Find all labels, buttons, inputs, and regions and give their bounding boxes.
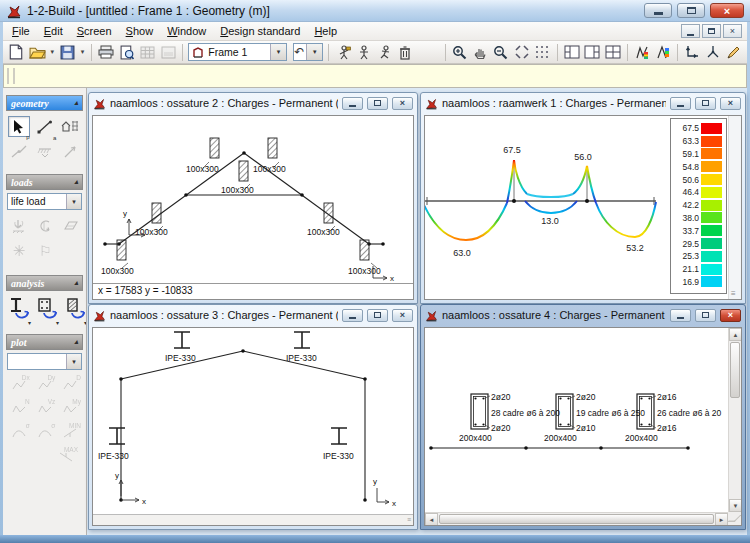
close-button[interactable]: × xyxy=(392,97,413,110)
plot-combo[interactable]: ▾ xyxy=(7,353,82,370)
maximize-button[interactable] xyxy=(677,3,705,18)
results-map-button[interactable] xyxy=(654,42,673,63)
section-header-loads[interactable]: loads ▴ xyxy=(6,174,83,190)
window-layout-grid-button[interactable] xyxy=(604,42,623,63)
resize-grip-icon[interactable]: ≡ xyxy=(407,516,411,523)
save-button[interactable] xyxy=(58,42,77,63)
resize-grip-icon[interactable]: ≡ xyxy=(731,289,736,298)
close-button[interactable]: × xyxy=(392,309,413,322)
menu-show[interactable]: Show xyxy=(119,23,161,39)
new-file-button[interactable] xyxy=(7,42,26,63)
maximize-button[interactable] xyxy=(695,309,716,322)
concrete-analysis-button[interactable]: ▾ xyxy=(36,296,58,322)
window-layout-left-button[interactable] xyxy=(562,42,581,63)
drawing-canvas[interactable]: 67.5 56.0 13.0 63.0 53.2 67.5 63.3 59.1 … xyxy=(424,115,742,300)
minimize-button[interactable] xyxy=(644,3,672,18)
minimize-button[interactable] xyxy=(670,97,691,110)
minimize-button[interactable] xyxy=(342,97,363,110)
load-case-combo[interactable]: life load ▾ xyxy=(7,193,82,210)
window-raamwerk1[interactable]: naamloos : raamwerk 1 : Charges - Perman… xyxy=(420,92,746,304)
window-ossature3[interactable]: naamloos : ossature 3 : Charges - Perman… xyxy=(88,304,418,530)
window-layout-right-button[interactable] xyxy=(583,42,602,63)
select-figure-button[interactable] xyxy=(355,42,374,63)
window-ossature2[interactable]: naamloos : ossature 2 : Charges - Perman… xyxy=(88,92,418,304)
close-button[interactable]: × xyxy=(720,309,741,322)
vertical-scrollbar[interactable]: ▲ ▼ xyxy=(728,328,741,512)
menu-window[interactable]: Window xyxy=(160,23,213,39)
view-history-combo[interactable]: ↶ ▾ xyxy=(293,43,323,61)
frame-select-combo[interactable]: Frame 1 ▾ xyxy=(188,43,287,61)
maximize-button[interactable] xyxy=(695,97,716,110)
drawing-canvas[interactable]: 100x300 100x300 100x300 100x300 100x300 … xyxy=(92,115,414,300)
print-preview-button[interactable] xyxy=(118,42,137,63)
menu-help[interactable]: Help xyxy=(307,23,344,39)
print-button[interactable] xyxy=(97,42,116,63)
structure-wizard-button[interactable] xyxy=(59,116,81,137)
draw-member-button[interactable]: a xyxy=(34,116,56,137)
resize-grip[interactable] xyxy=(728,512,741,525)
close-button[interactable]: × xyxy=(720,97,741,110)
maximize-button[interactable] xyxy=(367,97,388,110)
steel-analysis-button[interactable]: ▾ xyxy=(8,296,30,322)
main-titlebar[interactable]: 1-2-Build - [untitled : Frame 1 : Geomet… xyxy=(0,0,750,22)
legend-swatch xyxy=(701,238,722,249)
chevron-down-icon[interactable]: ▾ xyxy=(270,44,286,60)
close-button[interactable]: × xyxy=(710,3,744,18)
section-header-plot[interactable]: plot ▴ xyxy=(6,334,83,350)
collapse-icon[interactable]: ▴ xyxy=(74,338,78,346)
pan-button[interactable] xyxy=(471,42,490,63)
scroll-thumb[interactable] xyxy=(730,342,740,398)
steel-section-icon xyxy=(8,297,30,321)
window-ossature4[interactable]: naamloos : ossature 4 : Charges - Perman… xyxy=(420,304,746,530)
scroll-thumb[interactable] xyxy=(439,514,714,524)
section-header-analysis[interactable]: analysis ▴ xyxy=(6,275,83,291)
save-dropdown[interactable]: ▾ xyxy=(79,43,86,62)
draw-button[interactable] xyxy=(724,42,743,63)
collapse-icon[interactable]: ▴ xyxy=(74,279,78,287)
window-titlebar[interactable]: naamloos : ossature 3 : Charges - Perman… xyxy=(89,305,417,325)
zoom-in-button[interactable] xyxy=(450,42,469,63)
open-dropdown[interactable]: ▾ xyxy=(49,43,56,62)
delete-button[interactable] xyxy=(396,42,415,63)
menu-file[interactable]: File xyxy=(5,23,37,39)
minimize-button[interactable] xyxy=(342,309,363,322)
select-tool-button[interactable]: p xyxy=(8,116,30,137)
dropdown-icon[interactable]: ▾ xyxy=(28,319,31,326)
menu-screen[interactable]: Screen xyxy=(70,23,119,39)
child-minimize-button[interactable] xyxy=(681,24,700,38)
axes-button[interactable] xyxy=(683,42,702,63)
maximize-button[interactable] xyxy=(367,309,388,322)
zoom-out-button[interactable] xyxy=(492,42,511,63)
horizontal-scrollbar[interactable]: ◄ ► xyxy=(425,512,728,525)
chevron-down-icon[interactable]: ▾ xyxy=(66,354,81,369)
drawing-canvas[interactable]: 2ø20 28 cadre ø6 à 200 2ø20 200x400 2ø20… xyxy=(424,327,742,526)
grip-icon[interactable] xyxy=(7,68,15,84)
dropdown-icon[interactable]: ▾ xyxy=(56,319,59,326)
section-header-geometry[interactable]: geometry ▴ xyxy=(6,95,83,111)
minimize-button[interactable] xyxy=(670,309,691,322)
open-file-button[interactable] xyxy=(28,42,47,63)
timber-analysis-button[interactable]: ▾ xyxy=(64,296,86,322)
menu-design-standard[interactable]: Design standard xyxy=(213,23,307,39)
window-titlebar[interactable]: naamloos : ossature 4 : Charges - Perman… xyxy=(421,305,745,325)
drawing-canvas[interactable]: IPE-330 IPE-330 IPE-330 IPE-330 y x y x xyxy=(92,327,414,526)
menu-edit[interactable]: Edit xyxy=(37,23,70,39)
child-restore-button[interactable] xyxy=(702,24,721,38)
collapse-icon[interactable]: ▴ xyxy=(74,178,78,186)
modify-member-button[interactable] xyxy=(334,42,353,63)
window-titlebar[interactable]: naamloos : raamwerk 1 : Charges - Perman… xyxy=(421,93,745,113)
node-axes-button[interactable] xyxy=(704,42,723,63)
zoom-extents-button[interactable] xyxy=(512,42,531,63)
chevron-down-icon[interactable]: ▾ xyxy=(306,44,322,60)
grid-button[interactable] xyxy=(533,42,552,63)
collapse-icon[interactable]: ▴ xyxy=(74,99,78,107)
child-close-button[interactable]: × xyxy=(723,24,742,38)
chevron-down-icon[interactable]: ▾ xyxy=(66,194,81,209)
scroll-up-button[interactable]: ▲ xyxy=(729,328,742,341)
scroll-left-button[interactable]: ◄ xyxy=(425,513,438,526)
scroll-down-button[interactable]: ▼ xyxy=(729,499,742,512)
run-figure-button[interactable] xyxy=(375,42,394,63)
scroll-right-button[interactable]: ► xyxy=(715,513,728,526)
results-diagram-button[interactable] xyxy=(633,42,652,63)
window-titlebar[interactable]: naamloos : ossature 2 : Charges - Perman… xyxy=(89,93,417,113)
